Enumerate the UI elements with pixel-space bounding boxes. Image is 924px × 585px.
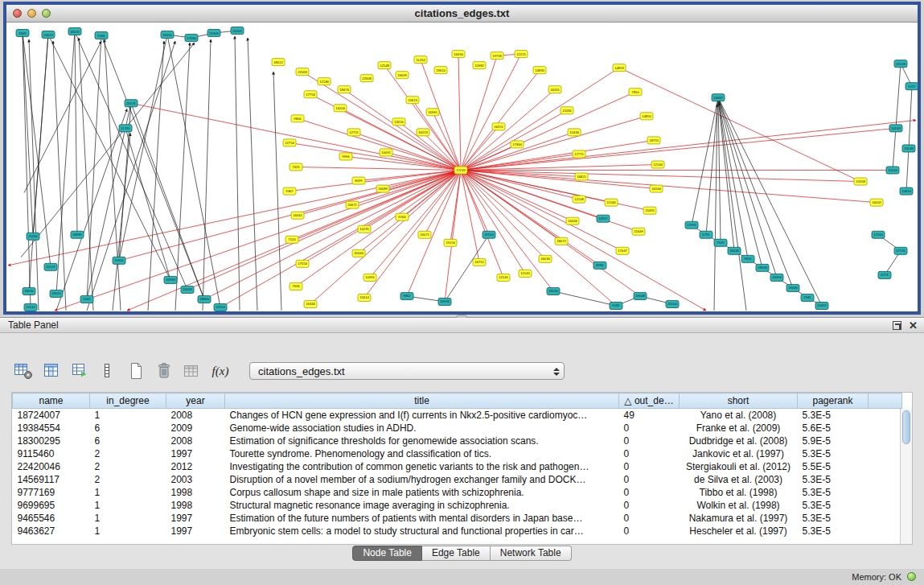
cell-in_degree[interactable]: 1 — [90, 525, 166, 538]
cell-name[interactable]: 9699695 — [13, 499, 90, 512]
graph-node[interactable]: 18072 — [555, 237, 568, 245]
graph-node[interactable]: 16036 — [728, 247, 741, 254]
graph-node[interactable]: 18012 — [272, 59, 285, 66]
table-row[interactable]: 1830029562008Estimation of significance … — [13, 435, 902, 447]
cell-short[interactable]: Jankovic et al. (1997) — [680, 447, 798, 460]
cell-short[interactable]: Yano et al. (2008) — [680, 409, 798, 422]
cell-pagerank[interactable]: 5.6E-5 — [798, 422, 869, 435]
cell-pagerank[interactable]: 5.9E-5 — [798, 435, 869, 447]
graph-node[interactable]: 7524 — [285, 236, 298, 243]
table-row[interactable]: 2242004622012Investigating the contribut… — [13, 460, 902, 473]
citation-network-graph[interactable]: 3309206191822092461605517556219091520220… — [6, 23, 918, 311]
cell-year[interactable]: 2009 — [166, 422, 225, 435]
cell-out_de[interactable]: 0 — [619, 447, 680, 460]
function-builder-icon[interactable]: f(x) — [210, 361, 231, 381]
cell-in_degree[interactable]: 1 — [90, 486, 166, 499]
graph-node[interactable]: 25009 — [181, 286, 194, 293]
cell-year[interactable]: 2003 — [166, 473, 225, 486]
cell-in_degree[interactable]: 1 — [90, 409, 166, 422]
cell-year[interactable]: 1997 — [166, 447, 225, 460]
graph-node[interactable]: 9245 — [610, 302, 622, 309]
cell-name[interactable]: 19384554 — [13, 422, 90, 435]
column-header-6[interactable]: pagerank — [798, 393, 869, 409]
tab-network-table[interactable]: Network Table — [491, 546, 572, 561]
graph-node[interactable]: 16346 — [304, 300, 317, 307]
graph-node[interactable]: 14830 — [533, 67, 546, 74]
graph-node[interactable]: 22608 — [360, 75, 373, 82]
graph-node[interactable]: 15518 — [894, 60, 907, 68]
graph-node[interactable]: 9246 — [95, 32, 108, 39]
network-window-titlebar[interactable]: citations_edges.txt — [6, 5, 918, 23]
graph-node[interactable]: 15582 — [561, 107, 573, 114]
graph-node[interactable]: 19046 — [786, 284, 799, 291]
graph-node[interactable]: 12754 — [283, 139, 296, 146]
graph-node[interactable]: 2945 — [801, 294, 814, 301]
cell-short[interactable]: Tibbo et al. (1998) — [680, 486, 798, 499]
cell-short[interactable]: Franke et al. (2009) — [680, 422, 798, 435]
table-source-dropdown[interactable]: citations_edges.txt — [249, 362, 565, 380]
graph-node[interactable]: 6791 — [700, 231, 713, 238]
new-document-icon[interactable] — [125, 361, 146, 381]
graph-node[interactable]: 9806 — [291, 115, 304, 122]
column-header-2[interactable]: year — [166, 393, 225, 409]
graph-node[interactable]: 11544 — [605, 199, 618, 206]
table-row[interactable]: 1938455462009Genome-wide association stu… — [13, 422, 902, 435]
graph-node[interactable]: 17249 — [454, 167, 467, 174]
graph-node[interactable]: 14850 — [640, 113, 653, 120]
graph-node[interactable]: 18530 — [547, 287, 560, 295]
cell-title[interactable]: Structural magnetic resonance image aver… — [225, 499, 619, 512]
graph-node[interactable]: 20137 — [44, 263, 57, 270]
graph-node[interactable]: 17364 — [511, 141, 524, 148]
graph-node[interactable]: 16961 — [426, 109, 439, 116]
cell-title[interactable]: Changes of HCN gene expression and I(f) … — [225, 409, 619, 422]
graph-node[interactable]: 20071 — [418, 231, 431, 238]
cell-year[interactable]: 2012 — [166, 460, 225, 473]
graph-node[interactable]: 18755 — [647, 137, 660, 144]
graph-node[interactable]: 16253 — [417, 129, 429, 136]
graph-node[interactable]: 15905 — [113, 257, 125, 264]
cell-name[interactable]: 9463627 — [13, 525, 90, 538]
graph-node[interactable]: 10235 — [358, 225, 371, 233]
graph-node[interactable]: 16821 — [575, 173, 588, 180]
graph-node[interactable]: 16055 — [161, 31, 174, 39]
graph-node[interactable]: 9367 — [283, 187, 296, 195]
graph-node[interactable]: 7919 — [714, 239, 727, 246]
cell-name[interactable]: 18300295 — [13, 435, 90, 447]
graph-node[interactable]: 12164 — [651, 161, 664, 168]
network-canvas[interactable]: 3309206191822092461605517556219091520220… — [6, 23, 918, 311]
graph-node[interactable]: 19733 — [491, 52, 503, 60]
cell-title[interactable]: Investigating the contribution of common… — [225, 460, 619, 473]
cell-in_degree[interactable]: 6 — [90, 422, 166, 435]
cell-year[interactable]: 1998 — [166, 499, 225, 512]
graph-node[interactable]: 12186 — [318, 78, 331, 85]
graph-node[interactable]: 18220 — [68, 28, 81, 35]
cell-name[interactable]: 9465546 — [13, 512, 90, 525]
cell-pagerank[interactable]: 5.3E-5 — [798, 447, 869, 460]
cell-out_de[interactable]: 0 — [619, 512, 680, 525]
cell-name[interactable]: 22420046 — [13, 460, 90, 473]
graph-node[interactable]: 14859 — [613, 64, 626, 72]
graph-node[interactable]: 16251 — [492, 123, 505, 130]
cell-in_degree[interactable]: 1 — [90, 499, 166, 512]
graph-node[interactable]: 15614 — [358, 294, 371, 301]
graph-node[interactable]: 20531 — [125, 100, 138, 107]
close-window-button[interactable] — [13, 9, 22, 18]
cell-title[interactable]: Corpus callosum shape and size in male p… — [225, 486, 619, 499]
graph-node[interactable]: 14204 — [334, 105, 347, 112]
graph-node[interactable]: 17047 — [616, 247, 629, 254]
graph-node[interactable]: 16061 — [291, 212, 304, 219]
cell-out_de[interactable]: 0 — [619, 460, 680, 473]
graph-node[interactable]: 17554 — [296, 260, 309, 267]
cell-title[interactable]: Estimation of significance thresholds fo… — [225, 435, 619, 447]
tab-edge-table[interactable]: Edge Table — [422, 546, 491, 561]
graph-node[interactable]: 18474 — [338, 86, 351, 93]
cell-title[interactable]: Embryonic stem cells: a model to study s… — [225, 525, 619, 538]
graph-node[interactable]: 20100 — [666, 300, 679, 307]
graph-node[interactable]: 20619 — [42, 31, 55, 39]
graph-node[interactable]: 9164 — [396, 213, 409, 220]
graph-node[interactable]: 16094 — [770, 274, 783, 281]
cell-in_degree[interactable]: 2 — [90, 473, 166, 486]
graph-node[interactable]: 16983 — [164, 276, 177, 283]
cell-short[interactable]: Stergiakouli et al. (2012) — [680, 460, 798, 473]
graph-node[interactable]: 14957 — [597, 215, 610, 222]
